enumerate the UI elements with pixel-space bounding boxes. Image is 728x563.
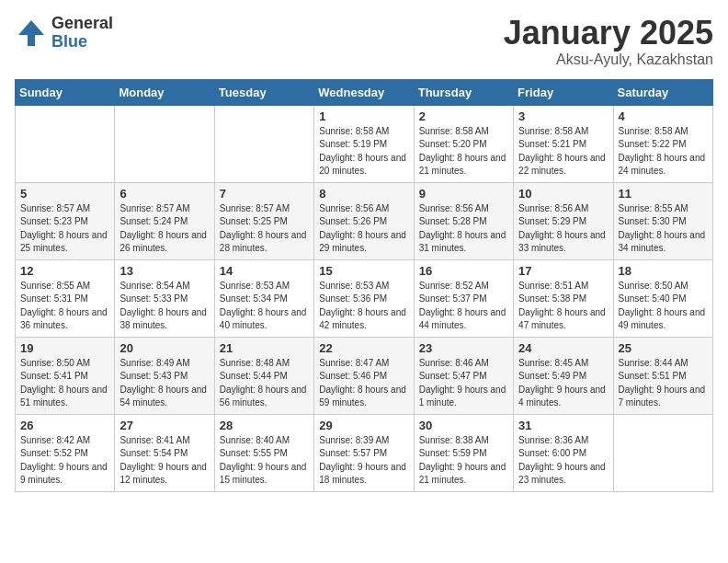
day-number: 2 (419, 109, 508, 123)
svg-marker-0 (18, 20, 44, 46)
day-number: 19 (20, 341, 109, 355)
calendar-cell: 13Sunrise: 8:54 AM Sunset: 5:33 PM Dayli… (115, 259, 214, 337)
logo-general-label: General (51, 15, 113, 33)
calendar-cell: 30Sunrise: 8:38 AM Sunset: 5:59 PM Dayli… (414, 414, 513, 491)
calendar-cell: 5Sunrise: 8:57 AM Sunset: 5:23 PM Daylig… (16, 182, 115, 259)
day-info: Sunrise: 8:56 AM Sunset: 5:28 PM Dayligh… (419, 202, 508, 256)
calendar-cell: 16Sunrise: 8:52 AM Sunset: 5:37 PM Dayli… (414, 259, 513, 337)
day-info: Sunrise: 8:41 AM Sunset: 5:54 PM Dayligh… (119, 434, 209, 488)
day-number: 13 (119, 264, 209, 278)
day-info: Sunrise: 8:50 AM Sunset: 5:41 PM Dayligh… (20, 357, 109, 410)
day-number: 3 (518, 109, 608, 123)
calendar-cell: 25Sunrise: 8:44 AM Sunset: 5:51 PM Dayli… (613, 337, 712, 414)
weekday-header-wednesday: Wednesday (314, 79, 414, 105)
calendar-subtitle: Aksu-Ayuly, Kazakhstan (504, 52, 713, 68)
calendar-cell: 11Sunrise: 8:55 AM Sunset: 5:30 PM Dayli… (613, 182, 712, 259)
day-number: 11 (619, 187, 708, 201)
week-row-1: 1Sunrise: 8:58 AM Sunset: 5:19 PM Daylig… (16, 105, 713, 182)
day-info: Sunrise: 8:45 AM Sunset: 5:49 PM Dayligh… (518, 357, 608, 410)
day-number: 24 (518, 341, 608, 355)
day-number: 12 (20, 264, 109, 278)
logo-icon (15, 17, 48, 50)
day-info: Sunrise: 8:58 AM Sunset: 5:21 PM Dayligh… (518, 125, 608, 178)
calendar-cell: 28Sunrise: 8:40 AM Sunset: 5:55 PM Dayli… (214, 414, 313, 491)
logo: General Blue (15, 15, 113, 52)
day-number: 23 (419, 341, 508, 355)
day-number: 5 (20, 187, 109, 201)
calendar-cell: 24Sunrise: 8:45 AM Sunset: 5:49 PM Dayli… (514, 337, 613, 414)
day-info: Sunrise: 8:42 AM Sunset: 5:52 PM Dayligh… (20, 434, 109, 488)
week-row-2: 5Sunrise: 8:57 AM Sunset: 5:23 PM Daylig… (16, 182, 713, 259)
calendar-cell: 3Sunrise: 8:58 AM Sunset: 5:21 PM Daylig… (514, 105, 613, 182)
day-info: Sunrise: 8:58 AM Sunset: 5:22 PM Dayligh… (619, 125, 708, 178)
calendar-cell: 7Sunrise: 8:57 AM Sunset: 5:25 PM Daylig… (214, 182, 313, 259)
calendar-header: SundayMondayTuesdayWednesdayThursdayFrid… (16, 79, 713, 105)
weekday-header-sunday: Sunday (16, 79, 115, 105)
day-number: 26 (20, 419, 109, 432)
day-number: 1 (319, 109, 408, 123)
day-info: Sunrise: 8:50 AM Sunset: 5:40 PM Dayligh… (619, 280, 708, 333)
calendar-cell: 9Sunrise: 8:56 AM Sunset: 5:28 PM Daylig… (414, 182, 513, 259)
day-number: 20 (119, 341, 209, 355)
calendar-cell (613, 414, 712, 491)
logo-blue-label: Blue (51, 33, 113, 52)
calendar-cell: 23Sunrise: 8:46 AM Sunset: 5:47 PM Dayli… (414, 337, 513, 414)
day-number: 28 (220, 419, 309, 432)
week-row-4: 19Sunrise: 8:50 AM Sunset: 5:41 PM Dayli… (16, 337, 713, 414)
calendar-cell: 20Sunrise: 8:49 AM Sunset: 5:43 PM Dayli… (115, 337, 214, 414)
weekday-header-saturday: Saturday (613, 79, 712, 105)
day-info: Sunrise: 8:58 AM Sunset: 5:20 PM Dayligh… (419, 125, 508, 178)
day-number: 31 (518, 419, 608, 432)
calendar-cell (115, 105, 214, 182)
week-row-5: 26Sunrise: 8:42 AM Sunset: 5:52 PM Dayli… (16, 414, 713, 491)
day-number: 22 (319, 341, 408, 355)
day-number: 7 (220, 187, 309, 201)
day-number: 25 (619, 341, 708, 355)
calendar-cell: 21Sunrise: 8:48 AM Sunset: 5:44 PM Dayli… (214, 337, 313, 414)
week-row-3: 12Sunrise: 8:55 AM Sunset: 5:31 PM Dayli… (16, 259, 713, 337)
day-number: 17 (518, 264, 608, 278)
calendar-cell: 31Sunrise: 8:36 AM Sunset: 6:00 PM Dayli… (514, 414, 613, 491)
calendar-cell (214, 105, 313, 182)
day-number: 29 (319, 419, 408, 432)
day-number: 15 (319, 264, 408, 278)
calendar-cell: 22Sunrise: 8:47 AM Sunset: 5:46 PM Dayli… (314, 337, 414, 414)
day-number: 4 (619, 109, 708, 123)
day-info: Sunrise: 8:44 AM Sunset: 5:51 PM Dayligh… (619, 357, 708, 410)
calendar-table: SundayMondayTuesdayWednesdayThursdayFrid… (15, 79, 713, 492)
calendar-body: 1Sunrise: 8:58 AM Sunset: 5:19 PM Daylig… (16, 105, 713, 491)
weekday-header-friday: Friday (514, 79, 613, 105)
calendar-cell: 29Sunrise: 8:39 AM Sunset: 5:57 PM Dayli… (314, 414, 414, 491)
calendar-cell: 27Sunrise: 8:41 AM Sunset: 5:54 PM Dayli… (115, 414, 214, 491)
day-info: Sunrise: 8:48 AM Sunset: 5:44 PM Dayligh… (220, 357, 309, 410)
weekday-row: SundayMondayTuesdayWednesdayThursdayFrid… (16, 79, 713, 105)
day-info: Sunrise: 8:53 AM Sunset: 5:36 PM Dayligh… (319, 280, 408, 333)
day-info: Sunrise: 8:38 AM Sunset: 5:59 PM Dayligh… (419, 434, 508, 488)
day-info: Sunrise: 8:51 AM Sunset: 5:38 PM Dayligh… (518, 280, 608, 333)
calendar-cell: 14Sunrise: 8:53 AM Sunset: 5:34 PM Dayli… (214, 259, 313, 337)
weekday-header-thursday: Thursday (414, 79, 513, 105)
day-info: Sunrise: 8:46 AM Sunset: 5:47 PM Dayligh… (419, 357, 508, 410)
day-info: Sunrise: 8:56 AM Sunset: 5:29 PM Dayligh… (518, 202, 608, 256)
day-info: Sunrise: 8:56 AM Sunset: 5:26 PM Dayligh… (319, 202, 408, 256)
day-info: Sunrise: 8:57 AM Sunset: 5:23 PM Dayligh… (20, 202, 109, 256)
day-info: Sunrise: 8:55 AM Sunset: 5:30 PM Dayligh… (619, 202, 708, 256)
day-info: Sunrise: 8:57 AM Sunset: 5:24 PM Dayligh… (119, 202, 209, 256)
calendar-cell: 17Sunrise: 8:51 AM Sunset: 5:38 PM Dayli… (514, 259, 613, 337)
day-number: 9 (419, 187, 508, 201)
day-number: 27 (119, 419, 209, 432)
day-info: Sunrise: 8:40 AM Sunset: 5:55 PM Dayligh… (220, 434, 309, 488)
day-info: Sunrise: 8:55 AM Sunset: 5:31 PM Dayligh… (20, 280, 109, 333)
day-number: 18 (619, 264, 708, 278)
day-number: 30 (419, 419, 508, 432)
day-info: Sunrise: 8:58 AM Sunset: 5:19 PM Dayligh… (319, 125, 408, 178)
calendar-cell (16, 105, 115, 182)
calendar-cell: 15Sunrise: 8:53 AM Sunset: 5:36 PM Dayli… (314, 259, 414, 337)
calendar-cell: 2Sunrise: 8:58 AM Sunset: 5:20 PM Daylig… (414, 105, 513, 182)
calendar-title: January 2025 (504, 15, 713, 52)
title-block: January 2025 Aksu-Ayuly, Kazakhstan (504, 15, 713, 68)
day-number: 6 (119, 187, 209, 201)
calendar-cell: 1Sunrise: 8:58 AM Sunset: 5:19 PM Daylig… (314, 105, 414, 182)
calendar-cell: 8Sunrise: 8:56 AM Sunset: 5:26 PM Daylig… (314, 182, 414, 259)
day-info: Sunrise: 8:52 AM Sunset: 5:37 PM Dayligh… (419, 280, 508, 333)
